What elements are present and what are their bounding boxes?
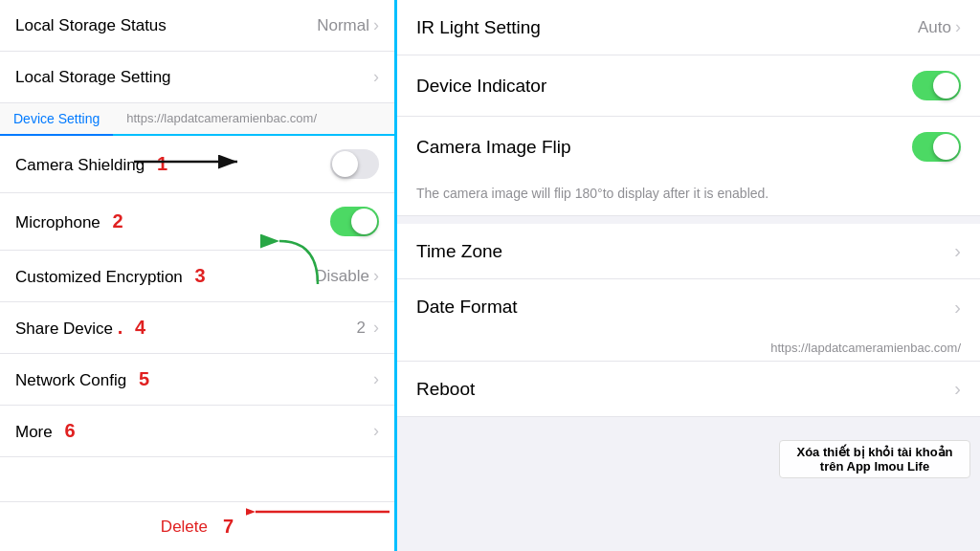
local-storage-setting-label: Local Storage Setting	[15, 68, 171, 87]
ir-light-label: IR Light Setting	[416, 17, 541, 38]
ir-light-row[interactable]: IR Light Setting Auto ›	[397, 0, 980, 55]
device-indicator-label: Device Indicator	[416, 76, 546, 97]
camera-image-flip-label: Camera Image Flip	[416, 137, 571, 158]
step-3: 3	[195, 265, 206, 286]
camera-shielding-toggle[interactable]	[330, 149, 379, 179]
chevron-icon: ›	[373, 318, 379, 338]
camera-flip-description-row: The camera image will flip 180°to displa…	[397, 177, 980, 216]
chevron-icon: ›	[373, 421, 379, 441]
chevron-icon: ›	[373, 67, 379, 87]
camera-shielding-row[interactable]: Camera Shielding 1	[0, 136, 394, 193]
chevron-icon: ›	[954, 378, 961, 400]
local-storage-status-row[interactable]: Local Storage Status Normal ›	[0, 0, 394, 52]
step-5: 5	[139, 368, 149, 389]
device-indicator-toggle[interactable]	[912, 71, 961, 100]
tab-bar: Device Setting https://lapdatcameramienb…	[0, 103, 394, 136]
step-4: 4	[135, 317, 145, 338]
reboot-row[interactable]: Reboot › Xóa thiết bị khỏi tài khoản trê…	[397, 362, 980, 417]
chevron-icon: ›	[954, 240, 961, 262]
toggle-knob	[351, 209, 377, 234]
share-device-value: 2 ›	[357, 318, 379, 338]
delete-annotation-text: Xóa thiết bị khỏi tài khoản trên App Imo…	[779, 440, 970, 478]
black-arrow	[134, 147, 249, 176]
tab-url: https://lapdatcameramienbac.com/	[113, 103, 330, 134]
dot: .	[118, 317, 123, 338]
right-panel: IR Light Setting Auto › Device Indicator…	[397, 0, 980, 551]
left-panel: Local Storage Status Normal › Local Stor…	[0, 0, 397, 551]
toggle-knob	[332, 151, 358, 177]
share-device-label: Share Device . 4	[15, 317, 145, 339]
url-text: https://lapdatcameramienbac.com/	[770, 341, 961, 355]
more-row[interactable]: More 6 ›	[0, 406, 394, 457]
time-zone-label: Time Zone	[416, 241, 502, 262]
network-config-row[interactable]: Network Config 5 ›	[0, 354, 394, 406]
delete-label: Delete	[161, 518, 208, 537]
green-arrow	[251, 231, 337, 289]
share-device-row[interactable]: Share Device . 4 2 ›	[0, 302, 394, 354]
camera-flip-description: The camera image will flip 180°to displa…	[416, 186, 768, 201]
device-indicator-row[interactable]: Device Indicator	[397, 55, 980, 117]
network-config-label: Network Config 5	[15, 368, 149, 390]
toggle-knob	[933, 134, 959, 160]
date-format-label: Date Format	[416, 297, 518, 318]
chevron-icon: ›	[373, 266, 379, 286]
red-arrow	[246, 493, 399, 531]
chevron-icon: ›	[955, 17, 961, 37]
chevron-icon: ›	[954, 297, 961, 319]
customized-encryption-label: Customized Encryption 3	[15, 265, 206, 287]
divider	[397, 216, 980, 224]
url-banner: https://lapdatcameramienbac.com/	[397, 335, 980, 362]
camera-image-flip-row[interactable]: Camera Image Flip	[397, 117, 980, 177]
date-format-row[interactable]: Date Format ›	[397, 279, 980, 335]
chevron-icon: ›	[373, 369, 379, 389]
microphone-label: Microphone 2	[15, 210, 123, 232]
tab-device-setting[interactable]: Device Setting	[0, 103, 113, 136]
delete-row[interactable]: Delete 7	[0, 501, 394, 551]
local-storage-status-value: Normal ›	[317, 15, 379, 35]
time-zone-row[interactable]: Time Zone ›	[397, 224, 980, 279]
chevron-icon: ›	[373, 15, 379, 35]
ir-light-value: Auto ›	[918, 17, 961, 37]
local-storage-status-label: Local Storage Status	[15, 16, 167, 35]
local-storage-setting-row[interactable]: Local Storage Setting ›	[0, 52, 394, 103]
reboot-label: Reboot	[416, 379, 475, 400]
step-7: 7	[223, 516, 234, 538]
step-2: 2	[113, 210, 123, 231]
more-label: More 6	[15, 420, 76, 442]
camera-image-flip-toggle[interactable]	[912, 132, 961, 162]
microphone-toggle[interactable]	[330, 207, 379, 236]
customized-encryption-row[interactable]: Customized Encryption 3 Disable ›	[0, 251, 394, 302]
step-6: 6	[64, 420, 75, 441]
toggle-knob	[933, 73, 959, 99]
